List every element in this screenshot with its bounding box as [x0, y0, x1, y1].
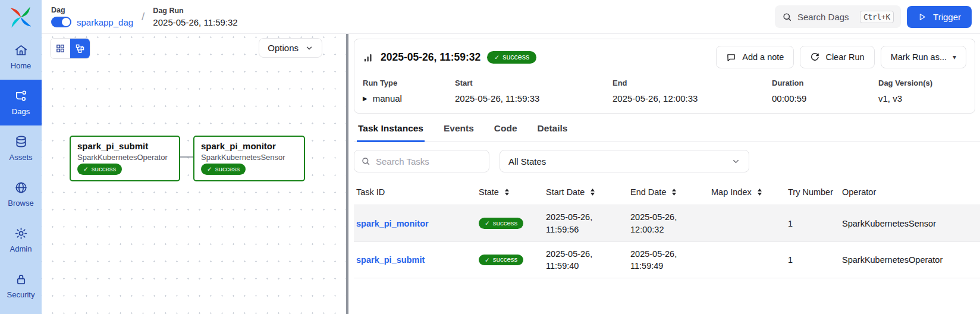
caret-down-icon: ▾	[953, 53, 956, 61]
admin-icon	[14, 227, 28, 240]
task-node-operator: SparkKubernetesSensor	[201, 153, 297, 162]
search-dags-input[interactable]	[797, 12, 855, 22]
sidebar-item-label: Security	[7, 290, 35, 299]
column-map-index[interactable]: Map Index	[711, 187, 788, 197]
play-icon	[918, 12, 926, 21]
dags-icon	[14, 89, 28, 103]
task-node-spark-pi-monitor[interactable]: spark_pi_monitor SparkKubernetesSensor ✓…	[193, 136, 305, 181]
end-date-cell: 2025-05-26, 11:59:49	[630, 248, 701, 272]
tab-details[interactable]: Details	[536, 117, 569, 142]
task-node-operator: SparkKubernetesOperator	[77, 153, 172, 162]
start-date-cell: 2025-05-26, 11:59:40	[546, 248, 616, 272]
operator-cell: SparkKubernetesOperator	[842, 255, 980, 265]
main-area: Dag sparkapp_dag / Dag Run 2025-05-26, 1…	[42, 0, 980, 314]
meta-label: Dag Version(s)	[878, 78, 966, 87]
clear-run-label: Clear Run	[825, 52, 864, 62]
end-date-cell: 2025-05-26, 12:00:32	[630, 211, 701, 236]
expand-run-type-icon[interactable]: ▶	[363, 95, 368, 102]
sidebar-item-home[interactable]: Home	[0, 34, 42, 80]
meta-duration: Duration 00:00:59	[772, 78, 878, 103]
graph-icon	[75, 43, 85, 54]
sidebar-item-label: Dags	[12, 107, 30, 116]
dag-name-link[interactable]: sparkapp_dag	[77, 17, 133, 27]
search-icon	[361, 156, 370, 166]
trigger-button[interactable]: Trigger	[907, 6, 972, 28]
chevron-down-icon	[305, 44, 313, 52]
meta-value: manual	[373, 93, 402, 103]
task-id-link[interactable]: spark_pi_submit	[356, 255, 425, 265]
sidebar-item-label: Home	[11, 61, 32, 70]
task-node-spark-pi-submit[interactable]: spark_pi_submit SparkKubernetesOperator …	[70, 136, 180, 181]
grid-view-button[interactable]	[51, 39, 70, 58]
sidebar-item-admin[interactable]: Admin	[0, 217, 42, 263]
state-filter-select[interactable]: All States	[500, 150, 749, 172]
security-icon	[14, 272, 28, 286]
topbar: Dag sparkapp_dag / Dag Run 2025-05-26, 1…	[42, 0, 980, 34]
start-date-cell: 2025-05-26, 11:59:56	[546, 211, 616, 236]
task-edge	[180, 156, 193, 158]
search-tasks-box[interactable]	[354, 150, 489, 172]
status-label: success	[493, 219, 518, 228]
meta-label: Run Type	[363, 78, 455, 87]
home-icon	[14, 43, 28, 57]
meta-value: 2025-05-26, 12:00:33	[612, 93, 772, 103]
assets-icon	[14, 135, 28, 149]
add-note-button[interactable]: Add a note	[716, 46, 794, 68]
graph-view-button[interactable]	[70, 39, 90, 58]
task-node-title: spark_pi_monitor	[201, 141, 297, 151]
run-status-badge: ✓ success	[487, 51, 536, 64]
breadcrumb-dag-run: Dag Run 2025-05-26, 11:59:32	[153, 7, 237, 27]
app-window: Home Dags Assets Browse	[0, 0, 980, 314]
status-label: success	[215, 165, 240, 174]
meta-start: Start 2025-05-26, 11:59:33	[455, 78, 612, 103]
dag-run-label: Dag Run	[153, 7, 237, 15]
search-icon	[782, 12, 792, 22]
sidebar-item-browse[interactable]: Browse	[0, 171, 42, 217]
view-toggle-group	[50, 38, 90, 59]
status-label: success	[92, 165, 117, 174]
sort-icon[interactable]	[671, 188, 677, 196]
sort-icon[interactable]	[589, 188, 596, 196]
task-node-title: spark_pi_submit	[77, 141, 172, 151]
sidebar-item-security[interactable]: Security	[0, 263, 42, 309]
search-dags-box[interactable]: Ctrl+K	[775, 5, 901, 28]
sidebar-item-dags[interactable]: Dags	[0, 80, 42, 125]
operator-cell: SparkKubernetesSensor	[842, 219, 980, 228]
try-number-cell: 1	[788, 219, 842, 228]
check-icon: ✓	[485, 219, 490, 227]
table-row: spark_pi_monitor ✓success 2025-05-26, 11…	[354, 205, 980, 241]
column-state[interactable]: State	[479, 187, 546, 197]
column-end-date[interactable]: End Date	[630, 187, 711, 197]
search-tasks-input[interactable]	[376, 156, 482, 167]
dag-run-value: 2025-05-26, 11:59:32	[153, 17, 237, 27]
sidebar-item-label: Assets	[9, 153, 32, 162]
mark-run-as-button[interactable]: Mark Run as... ▾	[881, 46, 966, 68]
task-id-link[interactable]: spark_pi_monitor	[356, 219, 429, 228]
tab-events[interactable]: Events	[442, 117, 475, 142]
meta-dag-versions: Dag Version(s) v1, v3	[878, 78, 966, 103]
column-task-id: Task ID	[354, 187, 479, 197]
graph-options-button[interactable]: Options	[259, 38, 322, 58]
content-row: Options spark_pi_submit SparkKubernetesO…	[42, 34, 980, 314]
dag-pause-toggle[interactable]	[51, 17, 71, 27]
check-icon: ✓	[494, 54, 500, 61]
breadcrumb-dag: Dag sparkapp_dag	[51, 6, 133, 27]
grid-icon	[55, 43, 65, 54]
run-meta-grid: Run Type ▶ manual Start 2025-05-26, 11:5…	[363, 78, 966, 103]
meta-value: 2025-05-26, 11:59:33	[455, 93, 612, 103]
sidebar-item-assets[interactable]: Assets	[0, 125, 42, 171]
sort-icon[interactable]	[756, 188, 763, 196]
sort-icon[interactable]	[504, 188, 510, 196]
status-badge: ✓success	[479, 255, 523, 266]
meta-end: End 2025-05-26, 12:00:33	[612, 78, 772, 103]
airflow-logo[interactable]	[0, 0, 42, 34]
tab-code[interactable]: Code	[493, 117, 519, 142]
column-start-date[interactable]: Start Date	[546, 187, 630, 197]
meta-label: Start	[455, 78, 612, 87]
meta-run-type: Run Type ▶ manual	[363, 78, 455, 103]
tab-task-instances[interactable]: Task Instances	[357, 117, 425, 142]
clear-run-button[interactable]: Clear Run	[800, 46, 874, 68]
check-icon: ✓	[83, 165, 89, 173]
state-filter-value: All States	[508, 156, 546, 167]
chevron-down-icon	[731, 157, 740, 166]
